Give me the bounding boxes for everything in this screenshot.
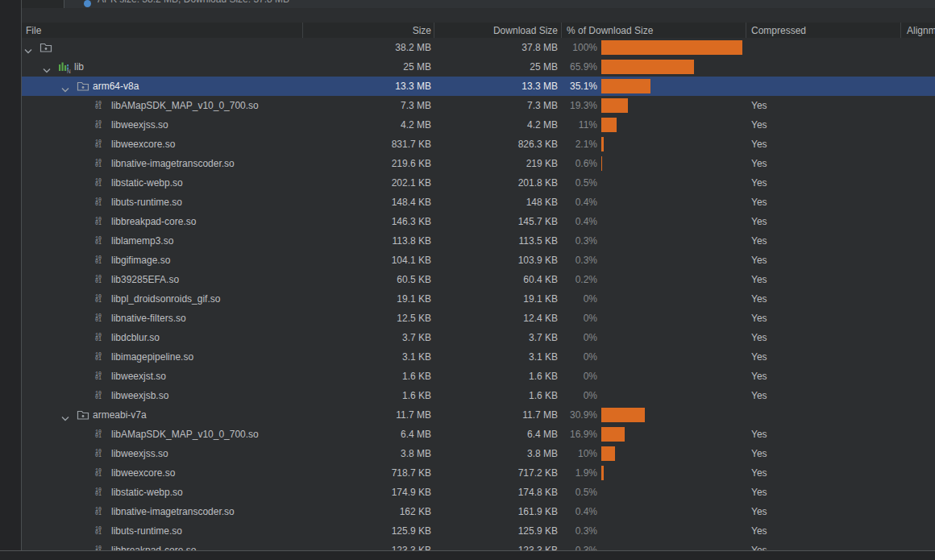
table-row[interactable]: 1001 libimagepipeline.so 3.1 KB 3.1 KB 0…	[0, 347, 935, 367]
table-row[interactable]: 1001 libAMapSDK_MAP_v10_0_700.so 6.4 MB …	[0, 425, 935, 444]
percent-bar	[601, 40, 742, 55]
file-name: libweexjst.so	[111, 371, 166, 382]
table-row[interactable]: 1001 libweexjss.so 3.8 MB 3.8 MB 10% Yes	[0, 444, 935, 463]
column-header-size[interactable]: Size	[322, 25, 431, 36]
size-cell: 3.1 KB	[322, 351, 431, 363]
size-cell: 148.4 KB	[322, 197, 431, 208]
apk-analyzer-panel: APK size: 38.2 MB, Download Size: 37.8 M…	[0, 0, 935, 560]
percent-cell: 35.1%	[561, 81, 597, 92]
table-row[interactable]: 1001 libstatic-webp.so 174.9 KB 174.8 KB…	[0, 483, 935, 502]
table-row[interactable]: 1001 libgifimage.so 104.1 KB 103.9 KB 0.…	[0, 251, 935, 270]
size-cell: 3.8 MB	[322, 448, 431, 459]
file-name: libimagepipeline.so	[111, 351, 193, 363]
size-cell: 125.9 KB	[322, 525, 431, 537]
table-row[interactable]: 1001 libbreakpad-core.so 146.3 KB 145.7 …	[0, 212, 935, 231]
size-cell: 1.6 KB	[322, 390, 431, 401]
table-row[interactable]: 1001 libuts-runtime.so 125.9 KB 125.9 KB…	[0, 521, 935, 541]
table-row[interactable]: 1001 libstatic-webp.so 202.1 KB 201.8 KB…	[0, 173, 935, 193]
download-size-cell: 174.8 KB	[449, 487, 558, 498]
percent-cell: 0.3%	[561, 525, 597, 537]
file-name: libnative-filters.so	[111, 313, 186, 324]
download-size-cell: 1.6 KB	[449, 371, 558, 382]
percent-cell: 0%	[561, 390, 597, 401]
table-row[interactable]: 1001 libuts-runtime.so 148.4 KB 148 KB 0…	[0, 193, 935, 212]
table-row[interactable]: 1001 libweexcore.so 718.7 KB 717.2 KB 1.…	[0, 463, 935, 483]
column-header-file[interactable]: File	[26, 25, 41, 36]
info-icon	[84, 0, 91, 7]
table-row[interactable]: 1001 libAMapSDK_MAP_v10_0_700.so 7.3 MB …	[0, 96, 935, 115]
binary-file-icon: 1001	[95, 447, 109, 460]
size-cell: 25 MB	[322, 61, 431, 73]
size-cell: 11.7 MB	[322, 409, 431, 421]
file-name: libweexjsb.so	[111, 390, 168, 401]
file-name: libstatic-webp.so	[111, 487, 183, 498]
column-header-download[interactable]: Download Size	[435, 25, 558, 36]
file-name: libbreakpad-core.so	[111, 216, 196, 227]
table-row[interactable]: 1001 libpl_droidsonroids_gif.so 19.1 KB …	[0, 289, 935, 309]
table-row[interactable]: armeabi-v7a 11.7 MB 11.7 MB 30.9%	[0, 405, 935, 425]
table-row[interactable]: 1001 libnative-imagetranscoder.so 162 KB…	[0, 502, 935, 521]
download-size-cell: 201.8 KB	[449, 177, 558, 189]
column-header-alignment[interactable]: Alignment	[907, 25, 935, 36]
binary-file-icon: 1001	[95, 389, 109, 402]
download-size-cell: 1.6 KB	[449, 390, 558, 401]
percent-cell: 0.4%	[561, 506, 597, 517]
binary-file-icon: 1001	[95, 292, 109, 305]
size-cell: 104.1 KB	[322, 255, 431, 266]
table-row[interactable]: N lib 25 MB 25 MB 65.9%	[0, 57, 935, 77]
binary-file-icon: 1001	[95, 138, 109, 151]
table-row[interactable]: 38.2 MB 37.8 MB 100%	[0, 38, 935, 57]
table-row[interactable]: arm64-v8a 13.3 MB 13.3 MB 35.1%	[0, 77, 935, 96]
table-header: File Size Download Size % of Download Si…	[0, 23, 935, 38]
percent-bar	[601, 60, 694, 74]
compressed-cell: Yes	[751, 197, 767, 208]
table-row[interactable]: 1001 libweexjst.so 1.6 KB 1.6 KB 0% Yes	[0, 367, 935, 386]
binary-file-icon: 1001	[95, 370, 109, 383]
size-cell: 1.6 KB	[322, 371, 431, 382]
column-header-compressed[interactable]: Compressed	[751, 25, 806, 36]
table-row[interactable]: 1001 lib39285EFA.so 60.5 KB 60.4 KB 0.2%…	[0, 270, 935, 289]
percent-cell: 30.9%	[561, 409, 597, 421]
binary-file-icon: 1001	[95, 234, 109, 247]
panel-bottom-fill	[0, 551, 935, 560]
column-header-percent[interactable]: % of Download Size	[567, 25, 653, 36]
binary-file-icon: 1001	[95, 215, 109, 228]
table-row[interactable]: 1001 libweexjss.so 4.2 MB 4.2 MB 11% Yes	[0, 115, 935, 135]
apk-size-summary: APK size: 38.2 MB, Download Size: 37.8 M…	[98, 0, 289, 4]
chevron-down-icon[interactable]	[43, 64, 51, 70]
binary-file-icon: 1001	[95, 331, 109, 344]
binary-file-icon: 1001	[95, 176, 109, 189]
table-row[interactable]: 1001 libdcblur.so 3.7 KB 3.7 KB 0% Yes	[0, 328, 935, 347]
compressed-cell: Yes	[751, 390, 767, 401]
column-separator	[434, 23, 434, 38]
chevron-down-icon[interactable]	[61, 84, 69, 89]
table-row[interactable]: 1001 liblamemp3.so 113.8 KB 113.5 KB 0.3…	[0, 231, 935, 251]
download-size-cell: 12.4 KB	[449, 313, 558, 324]
table-row[interactable]: 1001 libnative-imagetranscoder.so 219.6 …	[0, 154, 935, 173]
size-cell: 4.2 MB	[322, 119, 431, 131]
table-row[interactable]: 1001 libweexjsb.so 1.6 KB 1.6 KB 0% Yes	[0, 386, 935, 405]
download-size-cell: 103.9 KB	[449, 255, 558, 266]
download-size-cell: 826.3 KB	[449, 139, 558, 150]
size-cell: 3.7 KB	[322, 332, 431, 343]
chevron-down-icon[interactable]	[61, 413, 69, 418]
binary-file-icon: 1001	[95, 525, 109, 537]
percent-cell: 16.9%	[561, 429, 597, 440]
percent-bar	[601, 446, 615, 461]
chevron-down-icon[interactable]	[24, 45, 32, 51]
download-size-cell: 125.9 KB	[449, 525, 558, 537]
size-cell: 12.5 KB	[322, 313, 431, 324]
apk-summary-bar: APK size: 38.2 MB, Download Size: 37.8 M…	[0, 0, 935, 8]
binary-file-icon: 1001	[95, 196, 109, 209]
percent-bar	[601, 466, 604, 480]
download-size-cell: 113.5 KB	[449, 235, 558, 247]
table-row[interactable]: 1001 libweexcore.so 831.7 KB 826.3 KB 2.…	[0, 135, 935, 154]
native-library-icon: N	[58, 60, 72, 73]
file-name: libnative-imagetranscoder.so	[111, 506, 235, 517]
percent-cell: 100%	[561, 42, 597, 53]
table-row[interactable]: 1001 libnative-filters.so 12.5 KB 12.4 K…	[0, 309, 935, 328]
download-size-cell: 19.1 KB	[449, 293, 558, 305]
download-size-cell: 219 KB	[449, 158, 558, 169]
percent-cell: 0%	[561, 351, 597, 363]
compressed-cell: Yes	[751, 293, 767, 305]
